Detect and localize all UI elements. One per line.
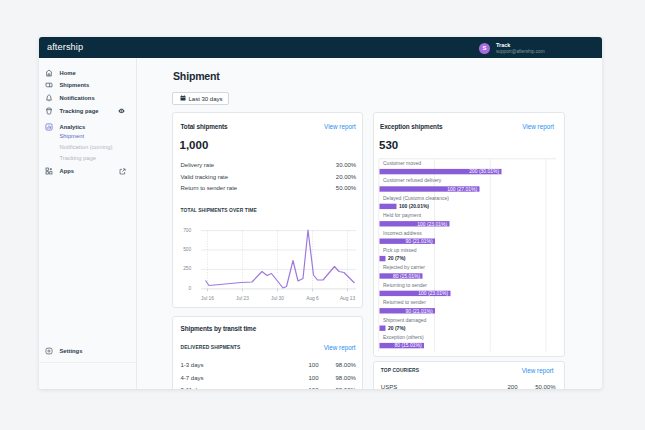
svg-text:100 (23.01%): 100 (23.01%) (417, 221, 447, 227)
svg-text:Returned to sender: Returned to sender (383, 299, 426, 305)
svg-text:80 (15.01%): 80 (15.01%) (393, 273, 421, 279)
svg-text:Held for payment: Held for payment (383, 212, 422, 218)
svg-text:20 (7%): 20 (7%) (388, 255, 406, 261)
svg-text:200 (30.01%): 200 (30.01%) (469, 168, 499, 174)
svg-text:80 (15.01%): 80 (15.01%) (394, 342, 422, 348)
svg-text:Pick up missed: Pick up missed (383, 247, 417, 253)
svg-text:Rejected by carrier: Rejected by carrier (383, 264, 425, 270)
svg-text:90 (21.01%): 90 (21.01%) (405, 308, 433, 314)
svg-text:90 (21.01%): 90 (21.01%) (405, 238, 433, 244)
svg-text:Incorrect address: Incorrect address (383, 230, 422, 236)
svg-text:Delayed (Customs clearance): Delayed (Customs clearance) (383, 195, 449, 201)
svg-text:Exception (others): Exception (others) (383, 334, 424, 340)
svg-text:Shipment damaged: Shipment damaged (383, 317, 427, 323)
svg-text:100 (23.01%): 100 (23.01%) (418, 290, 448, 296)
svg-text:100 (20.01%): 100 (20.01%) (399, 203, 429, 209)
svg-text:Returning to sender: Returning to sender (383, 282, 427, 288)
svg-text:100 (27.01%): 100 (27.01%) (447, 186, 477, 192)
svg-text:Customer refused delivery: Customer refused delivery (383, 177, 442, 183)
svg-text:Customer moved: Customer moved (383, 160, 421, 166)
svg-text:20 (7%): 20 (7%) (388, 325, 406, 331)
